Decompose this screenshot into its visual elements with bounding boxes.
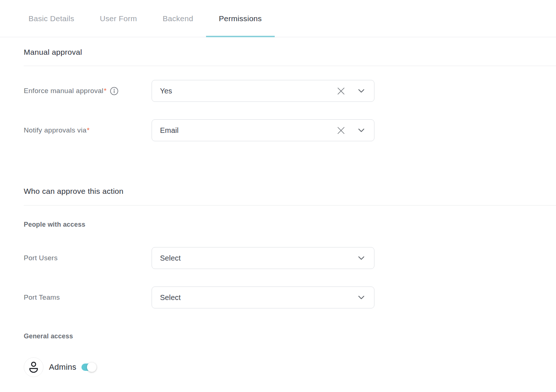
chevron-down-icon[interactable] — [358, 89, 365, 93]
people-with-access-heading: People with access — [24, 221, 556, 228]
notify-approvals-select[interactable]: Email — [152, 119, 374, 141]
chevron-down-icon[interactable] — [358, 256, 365, 260]
permissions-page: Basic Details User Form Backend Permissi… — [0, 0, 556, 392]
tab-bar: Basic Details User Form Backend Permissi… — [0, 0, 556, 37]
chevron-down-icon[interactable] — [358, 295, 365, 300]
toggle-knob — [87, 362, 96, 372]
avatar — [24, 357, 43, 377]
general-access-heading: General access — [24, 333, 556, 340]
enforce-manual-approval-select[interactable]: Yes — [152, 80, 374, 102]
person-icon — [28, 361, 39, 373]
select-placeholder: Select — [160, 254, 358, 262]
admins-label: Admins — [49, 362, 76, 372]
port-teams-row: Port Teams Select — [24, 287, 556, 308]
field-label-text: Port Teams — [24, 293, 60, 301]
select-placeholder: Select — [160, 293, 358, 302]
port-users-row: Port Users Select — [24, 247, 556, 269]
port-teams-label: Port Teams — [24, 293, 152, 301]
port-users-select[interactable]: Select — [152, 247, 374, 269]
section-divider — [24, 205, 556, 205]
notify-approvals-label: Notify approvals via* — [24, 126, 152, 134]
admins-access-row: Admins — [24, 357, 556, 377]
port-teams-select[interactable]: Select — [152, 287, 374, 308]
required-asterisk: * — [104, 87, 107, 95]
clear-x-icon[interactable] — [336, 87, 346, 96]
tab-backend[interactable]: Backend — [150, 0, 206, 37]
notify-approvals-row: Notify approvals via* Email — [24, 119, 556, 141]
info-icon[interactable] — [110, 87, 118, 95]
section-divider — [24, 66, 556, 66]
field-label-text: Port Users — [24, 254, 58, 262]
manual-approval-title: Manual approval — [24, 47, 556, 57]
admins-toggle[interactable] — [81, 364, 96, 371]
select-value: Yes — [160, 87, 336, 95]
clear-x-icon[interactable] — [336, 126, 346, 135]
tab-user-form[interactable]: User Form — [87, 0, 150, 37]
required-asterisk: * — [87, 126, 90, 134]
field-label-text: Enforce manual approval — [24, 87, 103, 95]
field-label-text: Notify approvals via — [24, 126, 87, 134]
select-value: Email — [160, 126, 336, 135]
chevron-down-icon[interactable] — [358, 128, 365, 132]
port-users-label: Port Users — [24, 254, 152, 262]
tab-permissions[interactable]: Permissions — [206, 0, 275, 37]
who-can-approve-title: Who can approve this action — [24, 187, 556, 196]
enforce-manual-approval-row: Enforce manual approval* Yes — [24, 80, 556, 102]
enforce-manual-approval-label: Enforce manual approval* — [24, 87, 152, 95]
tab-basic-details[interactable]: Basic Details — [16, 0, 87, 37]
